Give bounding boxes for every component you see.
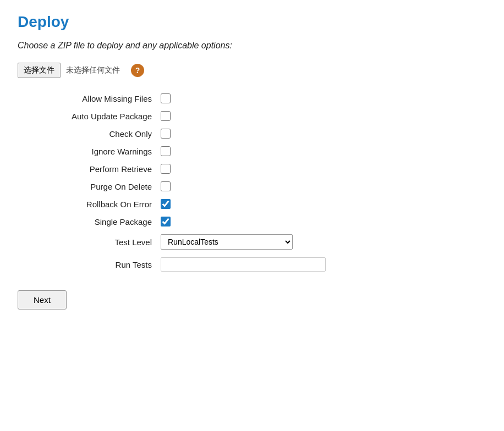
option-row-auto-update-package: Auto Update Package <box>40 111 486 121</box>
auto-update-package-checkbox[interactable] <box>161 111 171 121</box>
option-label-purge-on-delete: Purge On Delete <box>40 182 161 191</box>
ignore-warnings-checkbox[interactable] <box>161 146 171 156</box>
help-icon[interactable]: ? <box>131 64 144 77</box>
option-label-ignore-warnings: Ignore Warnings <box>40 147 161 156</box>
option-row-perform-retrieve: Perform Retrieve <box>40 164 486 174</box>
perform-retrieve-checkbox[interactable] <box>161 164 171 174</box>
allow-missing-files-checkbox[interactable] <box>161 93 171 103</box>
option-label-single-package: Single Package <box>40 217 161 226</box>
choose-file-button[interactable]: 选择文件 <box>18 63 61 78</box>
option-label-check-only: Check Only <box>40 129 161 139</box>
option-row-run-tests: Run Tests <box>40 257 486 272</box>
option-row-rollback-on-error: Rollback On Error <box>40 199 486 209</box>
page-subtitle: Choose a ZIP file to deploy and any appl… <box>18 41 486 51</box>
option-label-perform-retrieve: Perform Retrieve <box>40 164 161 174</box>
option-label-auto-update-package: Auto Update Package <box>40 112 161 121</box>
option-row-check-only: Check Only <box>40 129 486 139</box>
purge-on-delete-checkbox[interactable] <box>161 181 171 191</box>
options-section: Allow Missing Files Auto Update Package … <box>40 93 486 272</box>
option-label-allow-missing-files: Allow Missing Files <box>40 94 161 103</box>
check-only-checkbox[interactable] <box>161 129 171 139</box>
file-name-label: 未选择任何文件 <box>66 65 120 75</box>
test-level-select[interactable]: Default NoTestRun RunSpecifiedTests RunL… <box>161 234 293 250</box>
option-row-ignore-warnings: Ignore Warnings <box>40 146 486 156</box>
option-row-purge-on-delete: Purge On Delete <box>40 181 486 191</box>
option-row-test-level: Test Level Default NoTestRun RunSpecifie… <box>40 234 486 250</box>
single-package-checkbox[interactable] <box>161 217 171 226</box>
option-row-single-package: Single Package <box>40 217 486 226</box>
option-label-test-level: Test Level <box>40 237 161 247</box>
option-label-run-tests: Run Tests <box>40 260 161 269</box>
file-select-row: 选择文件 未选择任何文件 ? <box>18 63 486 78</box>
run-tests-input[interactable] <box>161 257 326 272</box>
option-row-allow-missing-files: Allow Missing Files <box>40 93 486 103</box>
option-label-rollback-on-error: Rollback On Error <box>40 200 161 209</box>
next-button[interactable]: Next <box>18 290 67 310</box>
rollback-on-error-checkbox[interactable] <box>161 199 171 209</box>
page-title: Deploy <box>18 13 486 31</box>
